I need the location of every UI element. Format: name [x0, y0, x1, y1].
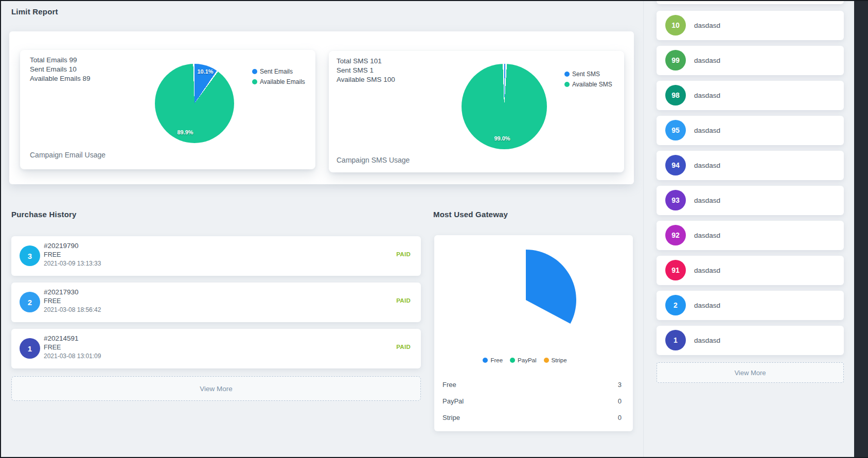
sidebar-item-label: dasdasd [694, 221, 720, 250]
most-used-gateway-title: Most Used Gateway [433, 210, 508, 219]
legend-dot-icon [564, 72, 570, 77]
purchase-number-badge: 2 [20, 292, 40, 312]
purchase-plan: FREE [44, 344, 61, 351]
email-usage-stats: Total Emails 99 Sent Emails 10 Available… [30, 56, 91, 83]
gateway-row-value: 0 [618, 414, 622, 421]
sidebar-number-badge: 91 [665, 260, 686, 280]
sms-available-slice-label: 99.0% [494, 135, 510, 142]
sidebar-list-item[interactable]: 92 dasdasd [657, 221, 844, 250]
email-usage-card: Total Emails 99 Sent Emails 10 Available… [20, 50, 315, 169]
sidebar-item-label: dasdasd [694, 11, 720, 40]
legend-item[interactable]: Free [483, 357, 503, 363]
total-sms-stat: Total SMS 101 [336, 57, 395, 66]
legend-label: Stripe [552, 357, 567, 363]
gateway-row-stripe: Stripe 0 [442, 414, 622, 424]
limit-report-title: Limit Report [11, 7, 58, 16]
legend-dot-icon [252, 79, 257, 84]
legend-item[interactable]: Sent Emails [252, 68, 305, 75]
paid-status-badge: PAID [396, 297, 411, 304]
sidebar-number-badge: 98 [665, 85, 686, 105]
sent-emails-stat: Sent Emails 10 [30, 65, 91, 74]
legend-item[interactable]: Available Emails [252, 78, 305, 85]
purchase-date: 2021-03-08 13:01:09 [44, 353, 101, 360]
sidebar-item-label: dasdasd [694, 151, 720, 180]
purchase-date: 2021-03-08 18:56:42 [44, 306, 101, 313]
purchase-number-badge: 1 [20, 338, 40, 359]
legend-dot-icon [510, 358, 515, 363]
sidebar-number-badge: 95 [665, 120, 686, 140]
legend-item[interactable]: Stripe [544, 357, 567, 363]
gateway-row-value: 3 [618, 381, 622, 389]
purchase-order-number: #20214591 [44, 334, 79, 342]
sidebar-list-item[interactable]: 95 dasdasd [657, 116, 844, 145]
sidebar-list-item[interactable]: 94 dasdasd [657, 151, 844, 180]
paid-status-badge: PAID [396, 251, 411, 257]
purchase-view-more-button[interactable]: View More [11, 376, 421, 401]
purchase-number-badge: 3 [20, 245, 40, 266]
sidebar-list-item[interactable]: 93 dasdasd [657, 186, 844, 215]
sidebar-item-label: dasdasd [694, 291, 720, 320]
legend-dot-icon [252, 69, 257, 74]
sidebar-number-badge: 92 [665, 225, 686, 245]
available-emails-stat: Available Emails 89 [30, 74, 91, 83]
sidebar-number-badge: 99 [665, 50, 686, 71]
sidebar-list-item[interactable]: 99 dasdasd [657, 46, 844, 75]
dashboard-page: Limit Report Total Emails 99 Sent Emails… [0, 0, 868, 458]
sidebar-list-item[interactable]: 98 dasdasd [657, 81, 844, 110]
sidebar-number-badge: 94 [665, 155, 686, 175]
purchase-history-title: Purchase History [11, 210, 77, 219]
sidebar-number-badge: 1 [665, 330, 686, 350]
gateway-row-label: PayPal [442, 397, 464, 405]
sidebar-item-label: dasdasd [694, 326, 720, 355]
legend-label: Free [490, 357, 503, 363]
email-usage-legend: Sent Emails Available Emails [252, 68, 305, 85]
sidebar-list-item-partial [657, 0, 844, 4]
purchase-order-number: #20217930 [44, 288, 79, 296]
legend-dot-icon [483, 358, 488, 363]
legend-label: Sent SMS [572, 71, 600, 78]
legend-item[interactable]: PayPal [510, 357, 536, 363]
purchase-list-item[interactable]: 2 #20217930 FREE 2021-03-08 18:56:42 PAI… [11, 283, 421, 322]
legend-dot-icon [564, 82, 570, 87]
sidebar-item-label: dasdasd [694, 46, 720, 75]
legend-item[interactable]: Sent SMS [564, 71, 612, 78]
purchase-order-number: #20219790 [44, 242, 79, 250]
legend-label: Available SMS [572, 81, 612, 88]
paid-status-badge: PAID [396, 344, 411, 350]
sidebar-list-item[interactable]: 10 dasdasd [657, 11, 844, 40]
dark-edge-panel [854, 0, 868, 458]
sidebar-view-more-button[interactable]: View More [657, 362, 844, 383]
purchase-list-item[interactable]: 1 #20214591 FREE 2021-03-08 13:01:09 PAI… [11, 329, 421, 368]
sms-usage-card: Total SMS 101 Sent SMS 1 Available SMS 1… [329, 51, 624, 172]
legend-dot-icon [544, 358, 549, 363]
sidebar-list-item[interactable]: 91 dasdasd [657, 256, 844, 285]
gateway-row-label: Stripe [442, 414, 460, 421]
sidebar-number-badge: 93 [665, 190, 686, 210]
legend-label: Available Emails [260, 78, 305, 85]
gateway-card: Free PayPal Stripe Free 3 PayPal 0 Strip… [434, 235, 633, 431]
sms-usage-chart-title: Campaign SMS Usage [336, 156, 410, 164]
limit-report-card: Total Emails 99 Sent Emails 10 Available… [9, 31, 634, 184]
purchase-history-list: 3 #20219790 FREE 2021-03-09 13:13:33 PAI… [11, 236, 421, 368]
gateway-pie-chart [434, 235, 633, 369]
vertical-divider [643, 0, 644, 458]
gateway-row-value: 0 [618, 397, 622, 405]
sidebar-item-label: dasdasd [694, 81, 720, 110]
purchase-date: 2021-03-09 13:13:33 [44, 260, 101, 267]
purchase-list-item[interactable]: 3 #20219790 FREE 2021-03-09 13:13:33 PAI… [11, 236, 421, 276]
sms-usage-stats: Total SMS 101 Sent SMS 1 Available SMS 1… [336, 57, 395, 84]
gateway-row-label: Free [442, 381, 456, 389]
sidebar-list-item[interactable]: 1 dasdasd [657, 326, 844, 355]
sidebar-number-badge: 10 [665, 15, 686, 36]
sidebar-item-label: dasdasd [694, 116, 720, 145]
legend-item[interactable]: Available SMS [564, 81, 612, 88]
sent-sms-stat: Sent SMS 1 [336, 66, 395, 75]
sidebar-list-item[interactable]: 2 dasdasd [657, 291, 844, 320]
email-sent-slice-label: 10.1% [197, 68, 213, 75]
email-usage-chart-title: Campaign Email Usage [30, 151, 105, 159]
gateway-legend: Free PayPal Stripe [434, 357, 615, 363]
total-emails-stat: Total Emails 99 [30, 56, 91, 65]
available-sms-stat: Available SMS 100 [336, 75, 395, 84]
purchase-plan: FREE [44, 251, 61, 258]
sidebar-number-badge: 2 [665, 295, 686, 315]
